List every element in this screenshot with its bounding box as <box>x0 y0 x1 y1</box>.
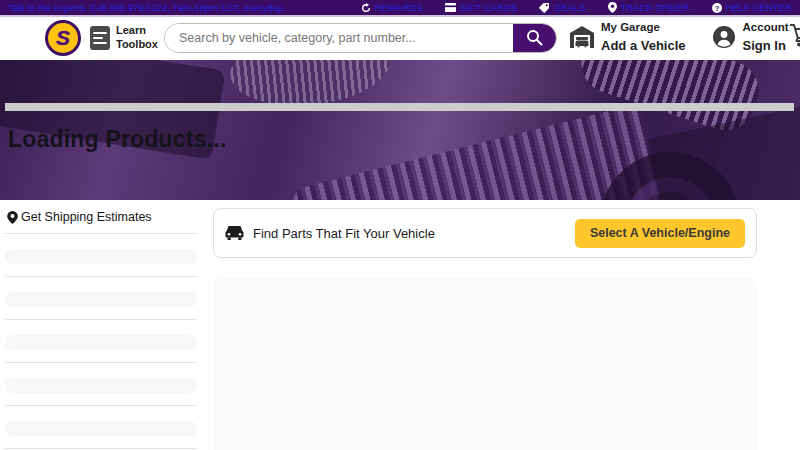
location-pin-icon <box>7 211 18 224</box>
cart-button[interactable] <box>789 23 800 52</box>
divider <box>5 448 197 449</box>
track-order-link[interactable]: TRACK ORDER <box>608 2 690 13</box>
vehicle-fit-card: Find Parts That Fit Your Vehicle Select … <box>213 208 757 258</box>
divider <box>5 405 197 406</box>
account-button[interactable]: Account Sign In <box>712 21 789 54</box>
divider <box>5 319 197 320</box>
rewards-link[interactable]: REWARDS <box>361 2 423 13</box>
cart-icon <box>789 23 800 48</box>
vehicle-fit-title: Find Parts That Fit Your Vehicle <box>253 226 435 241</box>
skeleton-filter-row <box>5 292 197 307</box>
search-button[interactable] <box>513 24 556 52</box>
search-input[interactable] <box>165 24 513 52</box>
garage-line2: Add a Vehicle <box>601 38 686 53</box>
gift-cards-link[interactable]: GIFT CARDS <box>445 2 517 13</box>
track-order-icon <box>608 2 617 13</box>
products-skeleton-panel <box>213 278 757 450</box>
main-content: Find Parts That Fit Your Vehicle Select … <box>213 200 757 450</box>
svg-text:?: ? <box>714 3 719 12</box>
account-icon <box>712 25 736 49</box>
account-line1: Account <box>743 21 789 35</box>
rewards-icon <box>361 3 371 13</box>
gift-cards-icon <box>445 3 456 12</box>
skeleton-filter-row <box>5 421 197 436</box>
help-center-icon: ? <box>712 3 722 13</box>
deals-icon <box>539 3 550 13</box>
learn-toolbox-label[interactable]: Learn Toolbox <box>116 24 162 52</box>
filters-sidebar: Get Shipping Estimates <box>5 200 197 450</box>
select-vehicle-button[interactable]: Select A Vehicle/Engine <box>575 219 745 248</box>
car-icon <box>225 225 244 241</box>
shipping-estimates-label: Get Shipping Estimates <box>21 210 152 224</box>
search-icon <box>526 29 543 46</box>
loading-products-text: Loading Products... <box>8 126 226 153</box>
speedway-logo[interactable]: S <box>45 20 81 56</box>
my-garage-button[interactable]: My Garage Add a Vehicle <box>570 21 686 54</box>
topbar-links: REWARDS GIFT CARDS DEALS TRACK ORDER ? H… <box>361 2 792 13</box>
divider <box>5 362 197 363</box>
skeleton-filter-row <box>5 378 197 393</box>
utility-topbar: Talk to the experts. Call 800.979.0122, … <box>0 0 800 17</box>
account-line2: Sign In <box>743 38 786 53</box>
hero-banner: Loading Products... <box>0 60 800 200</box>
call-experts-link[interactable]: Talk to the experts. Call 800.979.0122, … <box>8 2 285 13</box>
loading-progress-bar <box>5 103 794 111</box>
skeleton-filter-row <box>5 249 197 264</box>
deals-link[interactable]: DEALS <box>539 2 585 13</box>
shipping-estimates-link[interactable]: Get Shipping Estimates <box>7 210 197 224</box>
divider <box>5 233 197 234</box>
garage-line1: My Garage <box>601 21 686 35</box>
help-center-link[interactable]: ? HELP CENTER <box>712 2 792 13</box>
skeleton-filter-row <box>5 335 197 350</box>
divider <box>5 276 197 277</box>
main-header: S Learn Toolbox My Garage Add a Vehicle … <box>0 17 800 58</box>
garage-icon <box>570 26 594 48</box>
learn-toolbox-icon[interactable] <box>90 26 110 50</box>
search-bar <box>164 23 557 53</box>
